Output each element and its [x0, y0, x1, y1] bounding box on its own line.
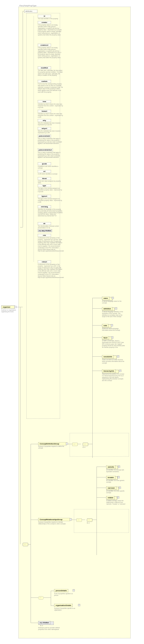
element-label: organiser — [3, 306, 10, 308]
attr-any-other: any any ##other — [38, 229, 63, 232]
def-name-desc: A natural language name for the concept. — [102, 300, 125, 304]
expand-icon[interactable]: + — [112, 297, 114, 299]
attr-why: whyWhy the metadata has been included - … — [38, 119, 63, 126]
element-sameas: sameAs — [106, 466, 116, 468]
element-remoteinfo: remoteInfo — [102, 355, 114, 358]
ext-desc: Extension point for provider-defined pro… — [38, 627, 61, 630]
attr-how: howIndicates by which means the value wa… — [38, 100, 63, 108]
collapse-icon[interactable]: − — [70, 518, 72, 520]
expand-icon[interactable]: + — [73, 589, 75, 592]
attr-creatoruri: creatoruriIf the property value is not e… — [38, 44, 63, 58]
cardinality: 0..∞ — [83, 446, 85, 448]
attr-dir: dirThe directionality of textual content… — [38, 222, 63, 229]
element-name: name — [102, 297, 109, 300]
root-desc: A person or organisation organising the … — [1, 309, 18, 313]
sequence-connector — [72, 443, 78, 446]
attr-literal: literalA free-text value assigned as pro… — [38, 177, 63, 184]
expand-icon[interactable]: + — [111, 324, 113, 326]
attr-id: idThe local identifier of the property. — [38, 15, 63, 20]
attr-pubconstraint: pubconstraintOne or many constraints tha… — [38, 135, 63, 144]
attr-type: typeThe type of the concept assigned as … — [38, 184, 63, 192]
expand-icon[interactable]: + — [117, 355, 119, 358]
attr-custom: customIf set to true the corresponding p… — [38, 80, 63, 93]
org-details-desc: A group of properties specific to an org… — [54, 608, 79, 611]
group-concept-definition: ConceptDefinitionGroup — [38, 442, 66, 446]
rel-narrower-desc: An identifier of a more specific concept… — [106, 490, 127, 494]
rel-related-desc: A related concept, where the relationshi… — [106, 500, 127, 505]
rel-sameas-desc: An identifier of a concept with equivale… — [106, 469, 127, 472]
expand-icon[interactable]: + — [117, 496, 119, 498]
element-facet: facet — [102, 336, 109, 339]
attr-pubconstrainturi: pubconstrainturiOne or many constraints … — [38, 148, 63, 158]
expand-icon[interactable]: + — [111, 336, 113, 338]
attr-creator: creatorIf the property value is not empt… — [38, 21, 63, 36]
group-concept-relationships: ConceptRelationshipsGroup — [38, 518, 70, 521]
type-name: Flex1PartyPropType — [19, 5, 36, 7]
sequence-connector — [76, 518, 82, 522]
attr-xmllang: xml:langSpecifies the language of this p… — [38, 205, 63, 217]
expand-icon[interactable]: + — [78, 604, 80, 606]
def-facet-desc: In NAR 1.8 and later, facet is deprecate… — [102, 340, 125, 348]
sequence-connector — [87, 518, 92, 522]
element-broader: broader — [106, 476, 116, 479]
sequence-connector — [83, 443, 88, 446]
cardinality: 0..∞ — [40, 625, 43, 626]
expand-icon[interactable]: + — [118, 466, 120, 468]
expand-icon[interactable]: + — [119, 487, 121, 489]
element-organiser: organiser — [1, 306, 15, 309]
person-details-desc: A set of properties specific to a person — [54, 593, 77, 596]
attr-howuri: howuriIndicates by which means the value… — [38, 110, 63, 118]
element-person-details: personDetails — [54, 589, 68, 592]
element-any-other: any ##other — [38, 621, 50, 624]
attr-uri: uriA URI which identifies a concept. — [38, 170, 63, 175]
element-narrower: narrower — [106, 486, 116, 490]
choice-connector — [38, 596, 44, 600]
group-def-desc: A group of properties required to define… — [38, 446, 65, 449]
element-org-details: organisationDetails — [54, 604, 73, 607]
element-definition: definition — [102, 307, 113, 310]
attr-role: roleA refinement of the semantics of the… — [38, 234, 63, 252]
expand-icon[interactable]: + — [118, 476, 120, 478]
attr-qcode: qcodeA qualified code which identifies a… — [38, 162, 63, 169]
def-definition-desc: A natural language definition of the sem… — [102, 311, 125, 318]
attributes-header: attributes — [24, 10, 37, 13]
def-remoteinfo-desc: A link to an item or a web resource whic… — [102, 359, 125, 364]
rel-broader-desc: An identifier of a more generic concept. — [106, 480, 127, 483]
attr-roleuri: roleuriA refinement of the semantics of … — [38, 260, 63, 278]
attributes-label: attributes — [25, 10, 32, 12]
attr-typeuri: typeuriThe type of the concept assigned … — [38, 195, 63, 203]
expand-icon[interactable]: + — [115, 308, 117, 310]
expand-icon[interactable]: + — [119, 370, 121, 372]
rel-group-container — [74, 509, 129, 533]
element-related: related — [106, 496, 115, 499]
sequence-connector — [23, 543, 28, 546]
element-hierarchyinfo: hierarchyInfo — [102, 370, 116, 372]
collapse-icon[interactable]: − — [66, 443, 68, 445]
collapse-icon[interactable]: − — [14, 306, 16, 308]
cardinality: 0..∞ — [87, 522, 90, 524]
group-rel-desc: A group of properties required to indica… — [38, 521, 69, 525]
element-note: note — [102, 324, 109, 327]
def-note-desc: Additional natural language information … — [102, 328, 125, 331]
def-group-container — [70, 433, 129, 456]
def-hierarchy-desc: Represents the position of a concept in … — [102, 373, 125, 382]
attr-modified: modifiedThe date (and, optionally, the t… — [38, 66, 63, 76]
attr-whyuri: whyuriWhy the metadata has been included… — [38, 127, 63, 134]
diagram-canvas: organiser − A person or organisation org… — [0, 0, 144, 644]
